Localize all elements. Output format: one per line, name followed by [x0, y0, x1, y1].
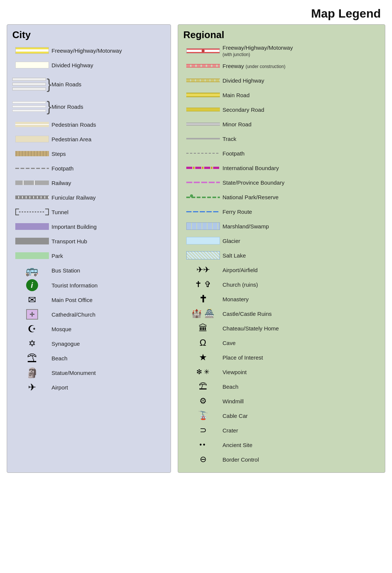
reg-national-park-symbol — [183, 194, 223, 200]
list-item: 🏛 Chateau/Stately Home — [183, 322, 380, 334]
list-item: Freeway/Highway/Motorway — [12, 44, 165, 56]
reg-track-label: Track — [223, 136, 380, 142]
minor-roads-symbol: } — [12, 99, 52, 114]
beach-icon: ⛱ — [27, 352, 37, 364]
list-item: Tunnel — [12, 206, 165, 218]
reg-viewpoint-symbol: ❇ ✳ — [183, 368, 223, 376]
reg-beach-label: Beach — [223, 383, 380, 390]
list-item: ⚙ Windmill — [183, 395, 380, 407]
park-symbol — [12, 252, 52, 259]
tunnel-bracket-right — [45, 209, 49, 215]
city-title: City — [12, 29, 165, 41]
funicular-symbol — [12, 195, 52, 199]
chateau-icon: 🏛 — [199, 323, 208, 333]
reg-interest-symbol: ★ — [183, 352, 223, 363]
page-title: Map Legend — [0, 0, 392, 24]
reg-state-boundary-symbol — [183, 182, 223, 183]
railway-symbol — [12, 181, 52, 185]
list-item: ✡ Synagogue — [12, 338, 165, 349]
list-item: Ω Cave — [183, 337, 380, 349]
post-office-symbol: ✉ — [12, 294, 52, 306]
pedestrian-roads-label: Pedestrian Roads — [52, 121, 165, 128]
bracket-icon: } — [47, 77, 52, 91]
transport-hub-symbol — [12, 238, 52, 244]
list-item: Salt Lake — [183, 249, 380, 261]
reg-main-road-label: Main Road — [223, 92, 380, 98]
reg-footpath-symbol — [183, 153, 223, 154]
main-roads-label: Main Roads — [52, 81, 165, 87]
cathedral-label: Cathedral/Church — [52, 311, 165, 318]
reg-ancient-site-label: Ancient Site — [223, 442, 380, 448]
list-item: ✈ Airport — [12, 381, 165, 393]
beach-symbol: ⛱ — [12, 352, 52, 364]
reg-cave-label: Cave — [223, 340, 380, 346]
minor-roads-label: Minor Roads — [52, 104, 165, 110]
church-icon: ✛ — [26, 309, 38, 320]
reg-glacier-symbol — [183, 237, 223, 244]
reg-church-label: Church (ruins) — [223, 281, 380, 288]
list-item: Minor Road — [183, 118, 380, 130]
list-item: ✈✈ Airport/Airfield — [183, 264, 380, 276]
regional-title: Regional — [183, 29, 380, 41]
transport-hub-label: Transport Hub — [52, 238, 165, 244]
list-item: ⛱ Beach — [183, 381, 380, 392]
statue-label: Statue/Monument — [52, 370, 165, 376]
reg-monastery-label: Monastery — [223, 296, 380, 302]
reg-footpath-label: Footpath — [223, 150, 380, 157]
tourist-info-label: Tourist Information — [52, 282, 165, 289]
reg-cable-car-label: Cable Car — [223, 413, 380, 419]
list-item: Park — [12, 250, 165, 262]
statue-icon: 🗿 — [26, 367, 38, 379]
bracket-icon: } — [47, 99, 52, 114]
reg-castle-label: Castle/Castle Ruins — [223, 311, 380, 317]
reg-minor-road-symbol — [183, 123, 223, 126]
list-item: ★ Place of Interest — [183, 351, 380, 363]
cross-icon: ✝ ✞ — [195, 280, 211, 289]
list-item: Marshland/Swamp — [183, 220, 380, 232]
mosque-symbol: ☪ — [12, 323, 52, 335]
reg-minor-road-label: Minor Road — [223, 121, 380, 127]
list-item: Main Road — [183, 89, 380, 101]
reg-monastery-symbol: ✝ — [183, 293, 223, 305]
cable-car-icon: 🚡 — [198, 411, 208, 420]
regional-section: Regional Freeway/Highway/Motorway (with … — [178, 24, 385, 473]
beach-label: Beach — [52, 355, 165, 361]
viewpoint-icon: ❇ ✳ — [196, 368, 209, 376]
list-item: i Tourist Information — [12, 279, 165, 291]
bus-station-symbol: 🚌 — [12, 264, 52, 277]
statue-symbol: 🗿 — [12, 367, 52, 379]
reg-track-symbol — [183, 138, 223, 139]
list-item: ✛ Cathedral/Church — [12, 308, 165, 320]
list-item: Footpath — [12, 162, 165, 174]
border-control-icon: ⊖ — [200, 455, 206, 464]
divided-highway-label: Divided Highway — [52, 62, 165, 68]
important-building-label: Important Building — [52, 224, 165, 230]
reg-ancient-site-symbol: •• — [183, 441, 223, 449]
ancient-site-icon: •• — [199, 441, 206, 449]
reg-beach-symbol: ⛱ — [183, 382, 223, 391]
list-item: Divided Highway — [183, 74, 380, 86]
reg-cable-car-symbol: 🚡 — [183, 411, 223, 420]
park-label: Park — [52, 253, 165, 259]
windmill-icon: ⚙ — [199, 396, 207, 406]
list-item: ⊃ Crater — [183, 424, 380, 436]
reg-crater-symbol: ⊃ — [183, 425, 223, 435]
reg-border-control-label: Border Control — [223, 456, 380, 463]
reg-salt-lake-label: Salt Lake — [223, 252, 380, 259]
list-item: ⛱ Beach — [12, 352, 165, 364]
list-item: Glacier — [183, 235, 380, 247]
reg-ferry-symbol — [183, 211, 223, 212]
reg-viewpoint-label: Viewpoint — [223, 369, 380, 375]
freeway-symbol — [12, 47, 52, 54]
list-item: Railway — [12, 177, 165, 189]
synagogue-symbol: ✡ — [12, 338, 52, 349]
city-section: City Freeway/Highway/Motorway Divided Hi… — [7, 24, 171, 473]
tourist-info-symbol: i — [12, 279, 52, 291]
reg-cave-symbol: Ω — [183, 338, 223, 348]
reg-divided-label: Divided Highway — [223, 77, 380, 84]
list-item: State/Province Boundary — [183, 176, 380, 188]
list-item: ✝ ✞ Church (ruins) — [183, 278, 380, 290]
list-item: Steps — [12, 148, 165, 160]
star-of-david-icon: ✡ — [28, 338, 36, 349]
list-item: } Main Roads — [12, 74, 165, 95]
